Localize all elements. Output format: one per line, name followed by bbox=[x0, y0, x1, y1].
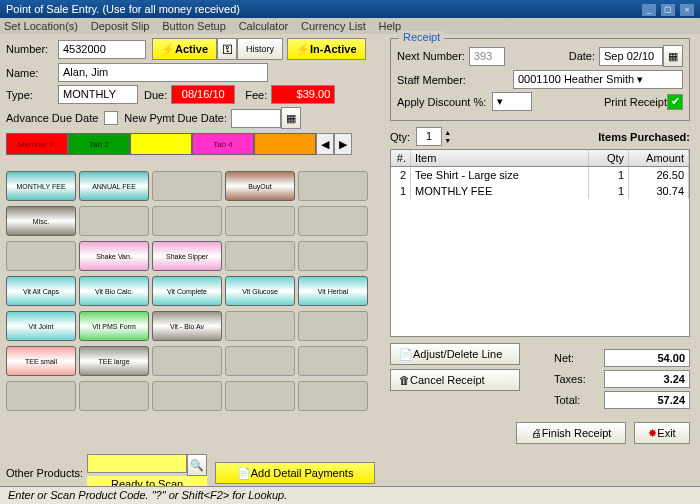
inactive-button[interactable]: ⚡ In-Active bbox=[287, 38, 365, 60]
discount-select[interactable]: ▾ bbox=[492, 92, 532, 111]
product-button[interactable]: Vit PMS Form bbox=[79, 311, 149, 341]
col-qty[interactable]: Qty bbox=[589, 150, 629, 166]
receipt-legend: Receipt bbox=[399, 31, 444, 43]
tab-scroll-right[interactable]: ▶ bbox=[334, 133, 352, 155]
lookup-icon[interactable]: 🔍 bbox=[187, 454, 207, 476]
category-tab-4[interactable] bbox=[254, 133, 316, 155]
add-detail-payments-button[interactable]: 📄 Add Detail Payments bbox=[215, 462, 375, 484]
product-button[interactable]: Misc. bbox=[6, 206, 76, 236]
date-picker-icon[interactable]: ▦ bbox=[663, 45, 683, 67]
product-button[interactable]: Vit Joint bbox=[6, 311, 76, 341]
category-tab-3[interactable]: Tab 4 bbox=[192, 133, 254, 155]
number-field[interactable]: 4532000 bbox=[58, 40, 146, 59]
new-pymt-label: New Pymt Due Date: bbox=[124, 112, 227, 124]
empty-cell bbox=[298, 241, 368, 271]
product-button[interactable]: Vit Complete bbox=[152, 276, 222, 306]
empty-cell bbox=[298, 311, 368, 341]
col-amt[interactable]: Amount bbox=[629, 150, 689, 166]
taxes-value: 3.24 bbox=[604, 370, 690, 388]
maximize-icon[interactable]: ▢ bbox=[661, 4, 675, 16]
discount-label: Apply Discount %: bbox=[397, 96, 486, 108]
empty-cell bbox=[298, 171, 368, 201]
staff-label: Staff Member: bbox=[397, 74, 466, 86]
number-label: Number: bbox=[6, 43, 58, 55]
empty-cell bbox=[79, 381, 149, 411]
empty-cell bbox=[225, 311, 295, 341]
product-button[interactable]: Shake Van. bbox=[79, 241, 149, 271]
empty-cell bbox=[79, 206, 149, 236]
minimize-icon[interactable]: _ bbox=[642, 4, 656, 16]
tab-scroll-left[interactable]: ◀ bbox=[316, 133, 334, 155]
col-item[interactable]: Item bbox=[411, 150, 589, 166]
product-button[interactable]: ANNUAL FEE bbox=[79, 171, 149, 201]
chevron-down-icon: ▾ bbox=[497, 95, 503, 107]
status-bar: Enter or Scan Product Code. "?" or Shift… bbox=[0, 486, 700, 504]
total-value: 57.24 bbox=[604, 391, 690, 409]
col-num[interactable]: #. bbox=[391, 150, 411, 166]
print-receipt-checkbox[interactable]: ✔ bbox=[667, 94, 683, 110]
product-button[interactable]: Shake Sipper bbox=[152, 241, 222, 271]
empty-cell bbox=[152, 206, 222, 236]
window-controls: _ ▢ × bbox=[640, 2, 694, 16]
net-label: Net: bbox=[554, 352, 604, 364]
product-button[interactable]: Vit - Bio Av bbox=[152, 311, 222, 341]
key-icon[interactable]: ⚿ bbox=[217, 38, 237, 60]
chevron-down-icon: ▾ bbox=[637, 73, 643, 85]
product-button[interactable]: BuyOut bbox=[225, 171, 295, 201]
advance-due-checkbox[interactable] bbox=[104, 111, 118, 125]
category-tab-2[interactable] bbox=[130, 133, 192, 155]
table-row[interactable]: 1MONTHLY FEE130.74 bbox=[391, 183, 689, 199]
qty-label: Qty: bbox=[390, 131, 410, 143]
calendar-icon[interactable]: ▦ bbox=[281, 107, 301, 129]
items-table: #. Item Qty Amount 2Tee Shirt - Large si… bbox=[390, 149, 690, 337]
menu-set-location[interactable]: Set Location(s) bbox=[4, 20, 78, 32]
empty-cell bbox=[152, 171, 222, 201]
product-button[interactable]: MONTHLY FEE bbox=[6, 171, 76, 201]
category-tab-1[interactable]: Tab 2 bbox=[68, 133, 130, 155]
table-row[interactable]: 2Tee Shirt - Large size126.50 bbox=[391, 167, 689, 183]
fee-field: $39.00 bbox=[271, 85, 335, 104]
empty-cell bbox=[225, 241, 295, 271]
category-tab-0[interactable]: Member F. bbox=[6, 133, 68, 155]
empty-cell bbox=[298, 346, 368, 376]
product-button[interactable]: Vit Glucose bbox=[225, 276, 295, 306]
new-pymt-field[interactable] bbox=[231, 109, 281, 128]
product-button[interactable]: TEE small bbox=[6, 346, 76, 376]
titlebar: Point of Sale Entry. (Use for all money … bbox=[0, 0, 700, 18]
due-date-field: 08/16/10 bbox=[171, 85, 235, 104]
menu-deposit-slip[interactable]: Deposit Slip bbox=[91, 20, 150, 32]
advance-due-label: Advance Due Date bbox=[6, 112, 98, 124]
other-products-field[interactable] bbox=[87, 454, 187, 473]
adjust-delete-button[interactable]: 📄 Adjust/Delete Line bbox=[390, 343, 520, 365]
total-label: Total: bbox=[554, 394, 604, 406]
menu-calculator[interactable]: Calculator bbox=[239, 20, 289, 32]
product-button[interactable]: TEE large bbox=[79, 346, 149, 376]
active-button[interactable]: ⚡ Active bbox=[152, 38, 217, 60]
product-button[interactable]: Vit Herbal bbox=[298, 276, 368, 306]
menu-currency-list[interactable]: Currency List bbox=[301, 20, 366, 32]
type-label: Type: bbox=[6, 89, 58, 101]
empty-cell bbox=[225, 206, 295, 236]
menu-button-setup[interactable]: Button Setup bbox=[162, 20, 226, 32]
print-receipt-label: Print Receipt bbox=[604, 96, 667, 108]
staff-select[interactable]: 0001100 Heather Smith ▾ bbox=[513, 70, 683, 89]
history-button[interactable]: History bbox=[237, 38, 283, 60]
empty-cell bbox=[6, 381, 76, 411]
next-number-field: 393 bbox=[469, 47, 505, 66]
qty-down-icon[interactable]: ▼ bbox=[444, 137, 451, 145]
menu-help[interactable]: Help bbox=[379, 20, 402, 32]
name-label: Name: bbox=[6, 67, 58, 79]
date-field[interactable]: Sep 02/10 bbox=[599, 47, 663, 66]
qty-up-icon[interactable]: ▲ bbox=[444, 129, 451, 137]
finish-receipt-button[interactable]: 🖨 Finish Receipt bbox=[516, 422, 626, 444]
product-button[interactable]: Vit Alt Caps bbox=[6, 276, 76, 306]
exit-button[interactable]: ✸ Exit bbox=[634, 422, 690, 444]
empty-cell bbox=[152, 381, 222, 411]
cancel-receipt-button[interactable]: 🗑 Cancel Receipt bbox=[390, 369, 520, 391]
close-icon[interactable]: × bbox=[680, 4, 694, 16]
next-number-label: Next Number: bbox=[397, 50, 465, 62]
product-button[interactable]: Vit Bio Calc. bbox=[79, 276, 149, 306]
empty-cell bbox=[298, 206, 368, 236]
name-field[interactable]: Alan, Jim bbox=[58, 63, 268, 82]
qty-field[interactable]: 1 bbox=[416, 127, 442, 146]
